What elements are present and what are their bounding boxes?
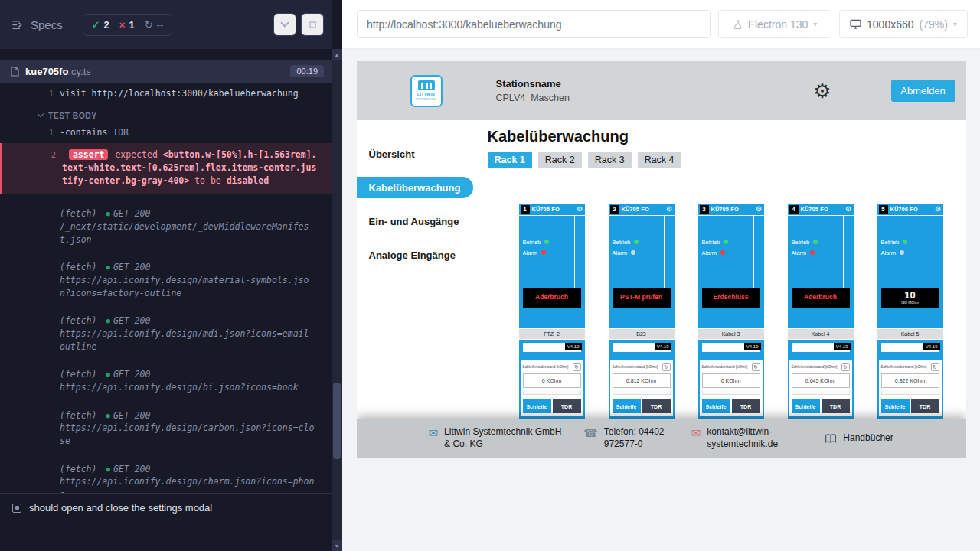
card-gear-icon[interactable]: ⚙ — [754, 206, 764, 213]
schleife-button[interactable]: Schleife — [881, 399, 910, 413]
cypress-reporter: Specs ✓ 2 × 1 ↻ -- kue705fo — [0, 0, 342, 551]
pass-icon: ✓ — [92, 19, 100, 31]
test-body-section[interactable]: TEST BODY — [38, 111, 332, 120]
command-assert-failed[interactable]: 2 -assert expected <button.w-[50%].h-[1.… — [0, 143, 332, 194]
card-gear-icon[interactable]: ⚙ — [575, 206, 585, 213]
app-header: LITTWIN SYSTEMTECHNIK Stationsname CPLV4… — [357, 61, 966, 120]
browser-select[interactable]: Electron 130 ▾ — [718, 10, 831, 38]
device-card: 5 KÜ706-FO ⚙ Betrieb Alarm 10ISO MOhm Ka… — [877, 204, 943, 433]
card-title: KÜ705-FO — [622, 206, 649, 213]
tab-rack-1[interactable]: Rack 1 — [488, 152, 532, 168]
spec-file-header[interactable]: kue705fo.cy.ts 00:19 — [0, 60, 332, 83]
status-display: Aderbruch — [523, 288, 581, 308]
reporter-header: Specs ✓ 2 × 1 ↻ -- — [0, 0, 332, 49]
tab-rack-3[interactable]: Rack 3 — [588, 152, 632, 168]
spec-duration: 00:19 — [290, 65, 324, 77]
fetch-log-row[interactable]: (fetch)●GET 200 https://api.iconify.desi… — [0, 408, 332, 449]
footer-company: ✉ Littwin Systemtechnik GmbH & Co. KG — [429, 426, 569, 450]
app-footer: ✉ Littwin Systemtechnik GmbH & Co. KG ☎ … — [357, 419, 966, 458]
led-betrieb: Betrieb — [698, 236, 764, 247]
viewport-select[interactable]: 1000x660 (79%) ▾ — [839, 10, 968, 38]
card-gear-icon[interactable]: ⚙ — [933, 206, 943, 213]
flask-icon — [733, 19, 743, 30]
viewport-icon — [850, 19, 861, 29]
card-title: KÜ705-FO — [532, 206, 560, 213]
card-gear-icon[interactable]: ⚙ — [665, 206, 675, 213]
led-betrieb: Betrieb — [609, 236, 675, 247]
refresh-icon[interactable]: ↻ — [752, 363, 760, 371]
betrieb-led-icon — [634, 240, 639, 244]
schleife-button[interactable]: Schleife — [612, 399, 641, 413]
reporter-scrollbar[interactable]: ▲ ▼ — [332, 49, 342, 551]
cable-label: Kabel 3 — [698, 328, 764, 340]
mail-icon: ✉ — [691, 427, 701, 439]
fetch-log-row[interactable]: (fetch)●GET 200 https://api.iconify.desi… — [0, 367, 332, 395]
command-visit[interactable]: 1 visit http://localhost:3000/kabelueber… — [0, 86, 332, 102]
tab-rack-2[interactable]: Rack 2 — [538, 152, 582, 168]
tdr-button[interactable]: TDR — [732, 399, 760, 413]
littwin-logo: LITTWIN SYSTEMTECHNIK — [410, 75, 443, 107]
card-number: 1 — [521, 205, 530, 214]
scroll-up-arrow[interactable]: ▲ — [332, 49, 342, 60]
fetch-log-row[interactable]: (fetch)●GET 200 /_next/static/developmen… — [0, 206, 332, 247]
status-dot-icon: ● — [106, 370, 109, 378]
mail-icon: ✉ — [429, 427, 439, 439]
collapse-caret-icon — [38, 111, 44, 117]
version-strip: V4.19 — [702, 343, 760, 352]
sidebar-item-kabelueberwachung[interactable]: Kabelüberwachung — [357, 177, 473, 198]
specs-button[interactable]: Specs — [12, 18, 63, 31]
scroll-down-arrow[interactable]: ▼ — [332, 540, 342, 551]
tdr-button[interactable]: TDR — [911, 399, 939, 413]
footer-manuals[interactable]: Handbücher — [825, 432, 893, 445]
tab-rack-4[interactable]: Rack 4 — [638, 152, 681, 168]
command-contains[interactable]: 1 -contains TDR — [0, 125, 332, 141]
sidebar-item-analoge-eingaenge[interactable]: Analoge Eingänge — [357, 244, 473, 266]
schleife-button[interactable]: Schleife — [702, 399, 730, 413]
alarm-led-icon — [900, 250, 904, 255]
pending-test[interactable]: should open and close the settings modal — [0, 493, 332, 522]
station-name: CPLV4_Maschen — [496, 93, 570, 103]
refresh-icon[interactable]: ↻ — [841, 363, 850, 371]
alarm-led-icon — [631, 250, 635, 255]
collapse-button[interactable] — [273, 13, 296, 36]
sidebar-item-ein-und-ausgaenge[interactable]: Ein- und Ausgänge — [357, 210, 473, 232]
led-betrieb: Betrieb — [788, 236, 854, 247]
tdr-button[interactable]: TDR — [822, 399, 850, 413]
logout-button[interactable]: Abmelden — [891, 80, 956, 102]
stop-button[interactable] — [301, 13, 324, 36]
pending-test-icon — [12, 504, 21, 513]
fetch-log-row[interactable]: (fetch)●GET 200 https://api.iconify.desi… — [0, 313, 332, 354]
station-info: Stationsname CPLV4_Maschen — [496, 78, 570, 103]
chevron-down-icon — [280, 18, 289, 27]
tdr-button[interactable]: TDR — [553, 399, 581, 413]
passed-count: ✓ 2 — [92, 19, 109, 31]
sidebar-item-uebersicht[interactable]: Übersicht — [357, 143, 473, 165]
status-display: Erdschluss — [702, 288, 760, 308]
assert-badge: assert — [69, 149, 109, 160]
version-strip: V4.19 — [612, 343, 671, 352]
led-betrieb: Betrieb — [877, 236, 943, 247]
card-title: KÜ705-FO — [801, 206, 828, 213]
url-input[interactable] — [357, 10, 710, 38]
tdr-button[interactable]: TDR — [642, 399, 671, 413]
refresh-icon[interactable]: ↻ — [931, 363, 939, 371]
card-title: KÜ705-FO — [711, 206, 739, 213]
firmware-version: V4.19 — [923, 343, 940, 350]
card-title: KÜ706-FO — [890, 206, 918, 213]
settings-gear-icon[interactable]: ⚙ — [813, 81, 831, 101]
resistance-panel: Schleifenwiderstand [kOhm]↻ 0.645 KOhm S… — [789, 360, 852, 416]
schleife-button[interactable]: Schleife — [523, 399, 551, 413]
resistance-value: 0 KOhm — [523, 373, 581, 388]
schleife-button[interactable]: Schleife — [792, 399, 820, 413]
firmware-version: V4.19 — [655, 343, 671, 350]
footer-email[interactable]: ✉ kontakt@littwin-systemtechnik.de — [691, 426, 801, 450]
scrollbar-thumb[interactable] — [333, 383, 341, 459]
cable-label: Kabel 4 — [788, 328, 854, 340]
footer-phone[interactable]: ☎ Telefon: 04402 972577-0 — [583, 426, 678, 450]
card-gear-icon[interactable]: ⚙ — [844, 206, 854, 213]
book-icon — [825, 433, 837, 445]
refresh-icon[interactable]: ↻ — [662, 363, 671, 371]
pending-icon: ↻ — [145, 19, 153, 31]
refresh-icon[interactable]: ↻ — [573, 363, 581, 371]
fetch-log-row[interactable]: (fetch)●GET 200 https://api.iconify.desi… — [0, 259, 332, 301]
